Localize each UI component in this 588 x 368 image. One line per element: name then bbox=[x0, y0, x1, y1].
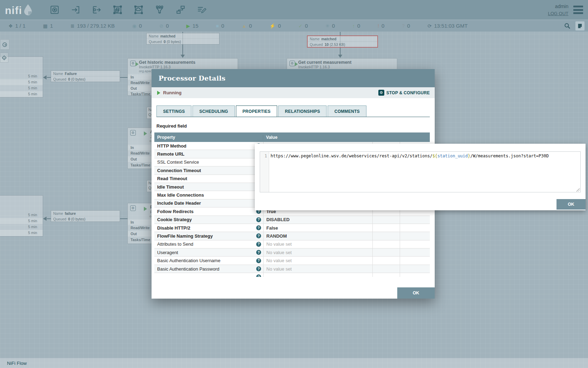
global-menu-icon[interactable] bbox=[573, 6, 583, 14]
mini-stat: 5 min bbox=[0, 212, 43, 218]
property-value[interactable]: RANDOM bbox=[263, 232, 372, 240]
dialog-tabs: SETTINGSSCHEDULINGPROPERTIESRELATIONSHIP… bbox=[156, 105, 430, 117]
connection-arrow-icon bbox=[43, 217, 47, 221]
help-icon[interactable]: ? bbox=[256, 258, 261, 263]
processor-edge-clipped-2: 5 min 5 min 5 min 5 min bbox=[0, 195, 43, 237]
mini-stat: 5 min bbox=[0, 91, 43, 97]
property-value[interactable]: No value set bbox=[263, 248, 372, 256]
help-icon[interactable]: ? bbox=[256, 250, 261, 255]
running-count: 15 bbox=[192, 23, 198, 29]
value-editor-input[interactable]: https://www.pegelonline.wsv.de/webservic… bbox=[269, 152, 580, 192]
dialog-ok-button[interactable]: OK bbox=[397, 287, 435, 299]
gear-icon: ⚙ bbox=[378, 90, 384, 96]
help-icon[interactable]: ? bbox=[256, 242, 261, 247]
property-value[interactable]: False bbox=[263, 224, 372, 232]
queue-name-label: Name bbox=[53, 211, 63, 216]
connection-arrow-icon bbox=[338, 55, 342, 58]
stopped-icon: ■ bbox=[216, 23, 219, 29]
queue-count: 0 bbox=[163, 40, 166, 44]
disabled-status: ⚡0 bbox=[270, 23, 281, 29]
invalid-status: ▲0 bbox=[242, 23, 252, 29]
queue-name-value: failure bbox=[65, 211, 76, 216]
locally-modified-stale-count: 0 bbox=[382, 23, 384, 29]
row-spacer bbox=[400, 224, 430, 232]
funnel-icon[interactable] bbox=[154, 5, 165, 15]
row-spacer bbox=[400, 232, 430, 240]
queue-count: 0 bbox=[68, 217, 70, 221]
stop-and-configure-label: STOP & CONFIGURE bbox=[386, 90, 430, 95]
header-right: admin LOG OUT bbox=[548, 3, 583, 17]
transmitting-count: 0 bbox=[139, 23, 142, 29]
help-icon[interactable]: ? bbox=[256, 225, 261, 230]
running-icon: ▶ bbox=[186, 23, 190, 29]
queue-label-matched: Namematched Queued0 (0 bytes) bbox=[146, 33, 219, 45]
app-header: nifi bbox=[0, 0, 588, 20]
tab-scheduling[interactable]: SCHEDULING bbox=[192, 105, 234, 117]
locally-modified-status: ✳0 bbox=[326, 23, 335, 29]
help-icon[interactable]: ? bbox=[256, 217, 261, 222]
processor-title: Get historic measurements bbox=[139, 60, 236, 65]
property-value[interactable]: DISABLED bbox=[263, 216, 372, 224]
bulletin-board-button[interactable] bbox=[575, 21, 584, 30]
logout-link[interactable]: LOG OUT bbox=[548, 10, 568, 17]
tab-properties[interactable]: PROPERTIES bbox=[236, 105, 277, 117]
help-icon[interactable]: ? bbox=[256, 233, 261, 238]
output-port-icon[interactable] bbox=[91, 5, 102, 15]
search-button[interactable] bbox=[563, 21, 572, 30]
queue-name-label: Name bbox=[149, 34, 159, 38]
refresh-icon[interactable]: ⟳ bbox=[427, 23, 432, 29]
locally-modified-count: 0 bbox=[332, 23, 335, 29]
property-value-editor: 1 https://www.pegelonline.wsv.de/webserv… bbox=[255, 144, 586, 210]
property-name: Attributes to Send bbox=[157, 241, 256, 247]
input-port-icon[interactable] bbox=[70, 5, 81, 15]
help-icon[interactable]: ? bbox=[256, 266, 261, 271]
mini-stat: 5 min bbox=[0, 79, 43, 85]
property-value[interactable]: No value set bbox=[263, 240, 372, 248]
stop-and-configure-button[interactable]: ⚙ STOP & CONFIGURE bbox=[378, 90, 430, 96]
property-name: Cookie Strategy bbox=[157, 217, 256, 222]
queue-queued-label: Queued bbox=[310, 42, 323, 47]
mini-stat: 5 min bbox=[0, 224, 43, 230]
processor-type: InvokeHTTP 1.16.3 bbox=[298, 65, 395, 69]
threads-icon: ▦ bbox=[43, 23, 48, 29]
properties-table-header: Property Value bbox=[154, 132, 430, 142]
processor-type-icon: ⚙ bbox=[289, 61, 295, 66]
label-icon[interactable] bbox=[196, 5, 207, 15]
last-refresh-time: 13:51:03 GMT bbox=[434, 23, 468, 29]
processor-type-icon: ⚙ bbox=[130, 61, 136, 66]
sync-failure-count: 0 bbox=[407, 23, 410, 29]
nifi-app: Namematched Queued0 (0 bytes) Namematche… bbox=[0, 0, 588, 368]
tab-comments[interactable]: COMMENTS bbox=[328, 105, 366, 117]
row-spacer bbox=[372, 257, 400, 264]
property-value[interactable]: No value set bbox=[263, 265, 372, 273]
breadcrumb[interactable]: NiFi Flow bbox=[0, 358, 588, 368]
property-name: Useragent bbox=[157, 250, 256, 255]
tab-relationships[interactable]: RELATIONSHIPS bbox=[278, 105, 327, 117]
remote-process-group-icon[interactable] bbox=[133, 5, 144, 15]
property-value[interactable]: No value set bbox=[263, 257, 372, 264]
row-spacer bbox=[400, 257, 430, 264]
editor-ok-button[interactable]: OK bbox=[556, 199, 586, 210]
mini-stat: 5 min bbox=[0, 85, 43, 91]
queue-name-value: matched bbox=[321, 37, 336, 41]
queue-queued-label: Queued bbox=[53, 217, 66, 221]
queue-name-label: Name bbox=[53, 71, 63, 76]
processor-icon[interactable] bbox=[49, 5, 60, 15]
component-toolbar bbox=[49, 5, 207, 15]
locally-modified-stale-icon: ! bbox=[378, 23, 379, 29]
resize-handle-icon[interactable] bbox=[576, 188, 580, 192]
running-status-icon bbox=[157, 91, 160, 95]
template-icon[interactable] bbox=[175, 5, 186, 15]
help-icon[interactable]: ? bbox=[256, 274, 261, 277]
note-icon bbox=[578, 23, 582, 28]
tab-settings[interactable]: SETTINGS bbox=[156, 105, 191, 117]
queue-name-label: Name bbox=[310, 37, 320, 41]
mini-stat: 5 min bbox=[0, 73, 43, 79]
mini-stat: 5 min bbox=[0, 230, 43, 236]
property-name: Connection Timeout bbox=[157, 168, 256, 173]
process-group-icon[interactable] bbox=[112, 5, 123, 15]
breadcrumb-root[interactable]: NiFi Flow bbox=[7, 361, 27, 366]
processor-type-icon: ⚙ bbox=[130, 130, 136, 136]
running-icon bbox=[144, 207, 147, 211]
table-row-clipped: ? bbox=[154, 273, 430, 277]
